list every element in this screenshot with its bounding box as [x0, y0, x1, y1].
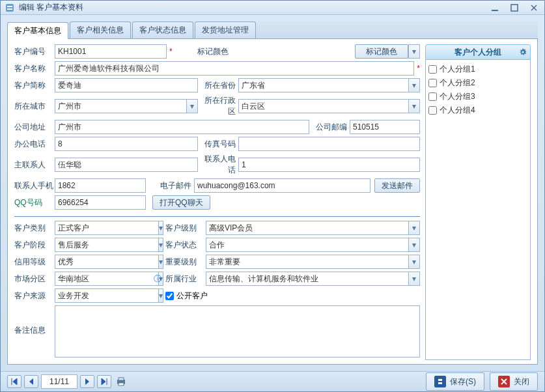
tabstrip: 客户基本信息 客户相关信息 客户状态信息 发货地址管理 [7, 21, 538, 39]
public-checkbox[interactable] [165, 292, 174, 300]
market-input[interactable] [55, 272, 158, 286]
close-button-footer[interactable]: 关闭 [490, 372, 538, 391]
tab-basic-info[interactable]: 客户基本信息 [7, 22, 68, 39]
print-icon[interactable] [114, 375, 128, 388]
label-province: 所在省份 [198, 80, 238, 91]
chevron-down-icon[interactable]: ▾ [158, 288, 163, 303]
zip-input[interactable] [350, 120, 420, 134]
industry-combo[interactable]: ▾ [206, 272, 420, 286]
mark-color-button[interactable]: 标记颜色 [355, 44, 408, 59]
group-item[interactable]: 个人分组4 [428, 104, 527, 117]
address-input[interactable] [55, 120, 309, 134]
importance-combo[interactable]: ▾ [206, 255, 420, 269]
customer-name-input[interactable] [55, 61, 414, 76]
chevron-down-icon[interactable]: ▾ [158, 221, 163, 235]
group-checkbox[interactable] [428, 79, 437, 87]
chevron-down-icon[interactable]: ▾ [408, 238, 420, 252]
email-input[interactable] [194, 178, 370, 193]
cust-status-combo[interactable]: ▾ [206, 238, 420, 252]
group-item[interactable]: 个人分组3 [428, 90, 527, 104]
source-input[interactable] [55, 288, 158, 303]
label-cust-status: 客户状态 [165, 240, 206, 251]
cust-type-input[interactable] [55, 221, 158, 235]
chevron-down-icon[interactable]: ▾ [408, 272, 420, 286]
nav-page-input[interactable] [41, 374, 77, 389]
cust-type-combo[interactable]: ▾ [55, 221, 152, 235]
industry-input[interactable] [206, 272, 408, 286]
chevron-down-icon[interactable]: ▾ [408, 99, 420, 113]
district-combo[interactable]: ▾ [238, 99, 420, 113]
gear-icon[interactable] [518, 48, 527, 57]
group-checkbox[interactable] [428, 106, 437, 115]
form-area: 客户编号 * 标记颜色 标记颜色 ▾ 客户名称 * 客户简称 [14, 44, 420, 360]
label-mark-color: 标记颜色 [173, 46, 231, 57]
province-input[interactable] [238, 78, 408, 92]
info-icon[interactable]: ⓘ [154, 273, 161, 285]
send-mail-button[interactable]: 发送邮件 [374, 178, 420, 193]
tab-related-info[interactable]: 客户相关信息 [70, 21, 131, 38]
label-contact-tel: 联系人电话 [198, 154, 238, 176]
label-office-tel: 办公电话 [14, 139, 55, 150]
contact-mobile-input[interactable] [55, 178, 146, 193]
group-item[interactable]: 个人分组2 [428, 76, 527, 90]
cust-level-input[interactable] [206, 221, 408, 235]
svg-rect-0 [6, 4, 14, 12]
close-button[interactable] [527, 3, 540, 13]
customer-no-input[interactable] [55, 44, 167, 59]
nav-first-button[interactable] [7, 375, 21, 388]
credit-combo[interactable]: ▾ [55, 255, 152, 269]
remark-textarea[interactable] [55, 305, 420, 357]
cust-status-input[interactable] [206, 238, 408, 252]
save-button[interactable]: 保存(S) [426, 372, 484, 391]
label-zip: 公司邮编 [309, 122, 350, 133]
importance-input[interactable] [206, 255, 408, 269]
nav-next-button[interactable] [80, 375, 94, 388]
chevron-down-icon[interactable]: ▾ [408, 221, 420, 235]
mark-color-combo[interactable]: 标记颜色 ▾ [355, 44, 420, 59]
contact-tel-input[interactable] [238, 158, 420, 172]
chevron-down-icon[interactable]: ▾ [408, 78, 420, 92]
chevron-down-icon[interactable]: ▾ [186, 99, 198, 113]
chevron-down-icon[interactable]: ▾ [158, 255, 163, 269]
qq-input[interactable] [55, 195, 146, 210]
source-combo[interactable]: ▾ [55, 288, 152, 303]
side-title: 客户个人分组 [454, 47, 501, 58]
group-checkbox[interactable] [428, 92, 437, 101]
side-header: 客户个人分组 [425, 44, 531, 60]
credit-input[interactable] [55, 255, 158, 269]
short-name-input[interactable] [55, 78, 198, 92]
nav-prev-button[interactable] [24, 375, 38, 388]
chevron-down-icon[interactable]: ▾ [408, 44, 420, 59]
minimize-button[interactable] [488, 3, 501, 13]
chevron-down-icon[interactable]: ▾ [158, 238, 163, 252]
maximize-button[interactable] [508, 3, 521, 13]
tab-shipping-address[interactable]: 发货地址管理 [195, 21, 256, 38]
tab-status-info[interactable]: 客户状态信息 [132, 21, 193, 38]
open-qq-button[interactable]: 打开QQ聊天 [152, 195, 210, 210]
label-customer-no: 客户编号 [14, 46, 55, 57]
city-input[interactable] [55, 99, 186, 113]
fax-input[interactable] [238, 137, 420, 151]
group-checkbox[interactable] [428, 65, 437, 74]
label-public: 公开客户 [176, 290, 208, 301]
svg-rect-10 [438, 379, 442, 381]
city-combo[interactable]: ▾ [55, 99, 198, 113]
tab-page: 客户编号 * 标记颜色 标记颜色 ▾ 客户名称 * 客户简称 [7, 39, 538, 365]
cust-stage-combo[interactable]: ▾ [55, 238, 152, 252]
public-checkbox-label[interactable]: 公开客户 [165, 290, 208, 301]
main-contact-input[interactable] [55, 158, 198, 172]
office-tel-input[interactable] [55, 137, 198, 151]
cust-stage-input[interactable] [55, 238, 158, 252]
district-input[interactable] [238, 99, 408, 113]
label-cust-level: 客户级别 [165, 223, 206, 234]
chevron-down-icon[interactable]: ▾ [408, 255, 420, 269]
cust-level-combo[interactable]: ▾ [206, 221, 420, 235]
group-item[interactable]: 个人分组1 [428, 63, 527, 76]
svg-point-5 [522, 51, 524, 53]
market-combo[interactable]: ▾ [55, 272, 152, 286]
label-customer-name: 客户名称 [14, 63, 55, 74]
province-combo[interactable]: ▾ [238, 78, 420, 92]
side-body: 个人分组1 个人分组2 个人分组3 个人分组4 [425, 60, 531, 360]
nav-last-button[interactable] [97, 375, 111, 388]
record-navigator [7, 374, 128, 389]
